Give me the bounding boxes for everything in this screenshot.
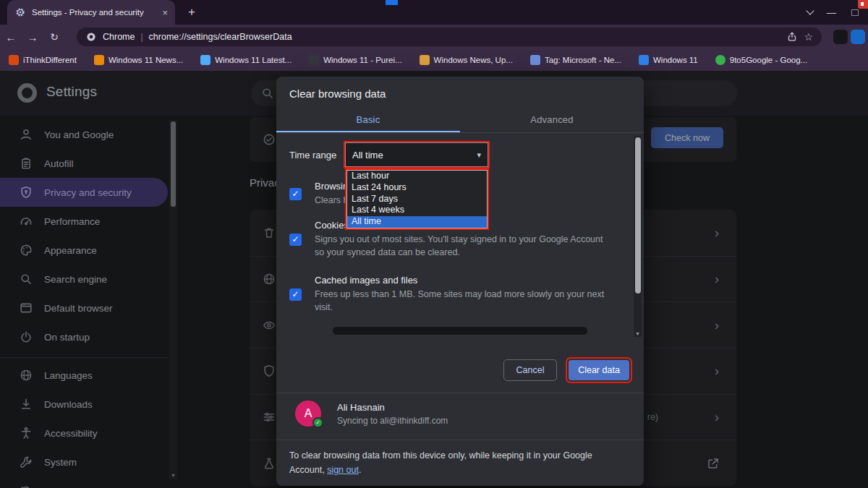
- browser-tab[interactable]: Settings - Privacy and security ×: [7, 0, 175, 25]
- tab-basic[interactable]: Basic: [276, 107, 460, 132]
- bookmark-star-icon[interactable]: ☆: [804, 31, 813, 43]
- cancel-button[interactable]: Cancel: [503, 359, 557, 381]
- share-icon[interactable]: [786, 31, 798, 43]
- bookmark-item[interactable]: iThinkDifferent: [9, 55, 77, 65]
- cookies-checkbox[interactable]: ✓: [289, 234, 302, 246]
- bookmark-favicon: [715, 55, 726, 65]
- bookmark-item[interactable]: Windows 11 Latest...: [200, 55, 292, 65]
- time-range-dropdown: Last hour Last 24 hours Last 7 days Last…: [346, 170, 488, 228]
- address-bar[interactable]: Chrome | chrome://settings/clearBrowserD…: [77, 27, 822, 46]
- sync-badge-icon: ✓: [312, 417, 323, 428]
- dialog-footer: To clear browsing data from this device …: [289, 448, 616, 477]
- dropdown-option-last-7-days[interactable]: Last 7 days: [347, 194, 487, 205]
- sync-profile-row: A✓ Ali Hasnain Syncing to ali@ithinkdiff…: [295, 401, 448, 427]
- dialog-actions: Cancel Clear data: [503, 357, 632, 383]
- sync-status: Syncing to ali@ithinkdiff.com: [337, 416, 448, 426]
- bookmark-favicon: [639, 55, 649, 65]
- scroll-down-icon[interactable]: ▼: [634, 331, 642, 336]
- time-range-label: Time range: [289, 150, 336, 160]
- bookmark-item[interactable]: Windows 11 News...: [94, 55, 183, 65]
- tab-title: Settings - Privacy and security: [32, 8, 156, 17]
- back-button[interactable]: ←: [0, 31, 22, 43]
- bookmark-favicon: [9, 55, 19, 65]
- bookmark-favicon: [420, 55, 430, 65]
- dialog-vertical-scrollbar[interactable]: ▼: [634, 136, 642, 337]
- search-engine-label: Chrome: [103, 32, 135, 42]
- sign-out-link[interactable]: sign out: [327, 465, 359, 475]
- bookmark-item[interactable]: Windows News, Up...: [420, 55, 513, 65]
- annotation-box-red: Last hour Last 24 hours Last 7 days Last…: [345, 168, 489, 230]
- browsing-history-checkbox[interactable]: ✓: [289, 188, 302, 200]
- forward-button[interactable]: →: [22, 31, 43, 43]
- dropdown-option-all-time[interactable]: All time: [347, 216, 487, 228]
- dialog-divider: [276, 393, 644, 393]
- row-cached-images: ✓ Cached images and files Frees up less …: [289, 275, 615, 314]
- tab-advanced[interactable]: Advanced: [460, 107, 644, 132]
- dialog-title: Clear browsing data: [276, 77, 644, 100]
- clear-data-button[interactable]: Clear data: [569, 360, 629, 380]
- reload-button[interactable]: ↻: [43, 31, 65, 43]
- dialog-divider: [276, 440, 644, 440]
- chrome-logo-icon: [85, 31, 97, 43]
- tab-strip: Settings - Privacy and security × + —: [0, 0, 868, 25]
- screen-artifact: [386, 0, 398, 5]
- bookmarks-bar: iThinkDifferent Windows 11 News... Windo…: [0, 49, 868, 71]
- time-range-select[interactable]: All time ▾: [345, 142, 488, 167]
- bookmark-favicon: [94, 55, 104, 65]
- bookmark-item[interactable]: 9to5Google - Goog...: [715, 55, 807, 65]
- clear-browsing-data-dialog: Clear browsing data Basic Advanced Time …: [276, 77, 644, 486]
- profile-avatar[interactable]: [851, 30, 865, 44]
- avatar: A✓: [295, 401, 321, 427]
- bookmark-favicon: [200, 55, 210, 65]
- dialog-horizontal-scrollbar[interactable]: [333, 327, 587, 335]
- navigation-toolbar: ← → ↻ Chrome | chrome://settings/clearBr…: [0, 25, 868, 49]
- settings-page: Settings You and Google Autofill Privacy…: [0, 71, 868, 488]
- caret-down-icon: ▾: [477, 150, 481, 160]
- omnibox-separator: |: [140, 32, 142, 42]
- dropdown-option-last-24-hours[interactable]: Last 24 hours: [347, 182, 487, 194]
- cached-images-checkbox[interactable]: ✓: [289, 288, 302, 301]
- minimize-button[interactable]: —: [827, 0, 836, 25]
- new-tab-button[interactable]: +: [184, 4, 200, 20]
- bookmark-item[interactable]: Windows 11: [639, 55, 698, 65]
- bookmark-favicon: [530, 55, 540, 65]
- profile-name: Ali Hasnain: [337, 402, 448, 413]
- row-title: Cached images and files: [315, 275, 610, 286]
- annotation-box-red: All time ▾: [344, 141, 490, 168]
- extension-icon[interactable]: [833, 30, 848, 44]
- dialog-tabs: Basic Advanced: [276, 107, 644, 133]
- annotation-box-red: Clear data: [566, 357, 632, 383]
- url-text: chrome://settings/clearBrowserData: [149, 32, 292, 42]
- chevron-down-icon[interactable]: [807, 0, 813, 25]
- bookmark-item[interactable]: Windows 11 - Purei...: [309, 55, 401, 65]
- bookmark-favicon: [309, 55, 319, 65]
- time-range-value: All time: [352, 150, 383, 160]
- row-description: Signs you out of most sites. You'll stay…: [315, 233, 610, 259]
- settings-gear-favicon: [14, 7, 26, 18]
- browser-window: Settings - Privacy and security × + — ← …: [0, 0, 868, 488]
- dropdown-option-last-hour[interactable]: Last hour: [347, 171, 487, 182]
- bookmark-item[interactable]: Tag: Microsoft - Ne...: [530, 55, 621, 65]
- close-button-fragment[interactable]: [858, 0, 868, 9]
- scrollbar-thumb[interactable]: [635, 137, 641, 294]
- dropdown-option-last-4-weeks[interactable]: Last 4 weeks: [347, 205, 487, 216]
- row-description: Frees up less than 1 MB. Some sites may …: [315, 288, 610, 314]
- tab-close-icon[interactable]: ×: [162, 7, 168, 18]
